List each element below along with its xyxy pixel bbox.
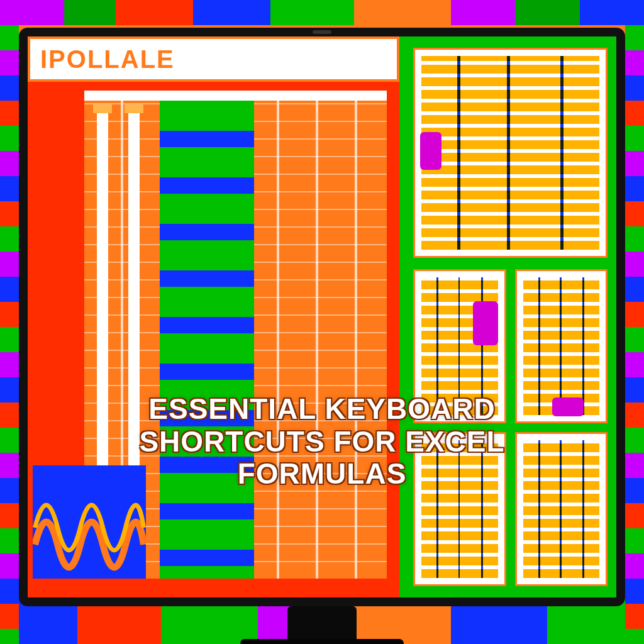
dashboard-card [413,432,506,586]
dashboard-grid [413,269,608,586]
magenta-marker-icon [473,301,498,345]
app-titlebar: IPOLLALE [28,36,399,82]
webcam-notch [313,30,331,34]
magenta-marker-icon [420,132,441,170]
bar-pattern-icon [523,440,599,578]
mini-chart [33,465,146,579]
dashboard-card [515,432,608,586]
monitor-stand-base [240,639,404,644]
dashboard-card [413,48,608,258]
bar-pattern-icon [421,56,599,250]
left-body [28,82,399,597]
right-pane [404,36,616,597]
dashboard-card [515,269,608,423]
waveform-icon [33,465,146,579]
dashboard-card [413,269,506,423]
monitor-stand-neck [287,606,357,641]
brand-text: IPOLLALE [40,45,175,74]
green-ladder-column [160,101,254,579]
left-pane: IPOLLALE [28,36,404,597]
bar-pattern-icon [421,277,497,415]
monitor-frame: IPOLLALE [19,28,625,606]
bar-pattern-icon [421,440,497,578]
magenta-marker-icon [552,397,584,416]
bar-pattern-icon [523,277,599,415]
screen: IPOLLALE [28,36,616,597]
